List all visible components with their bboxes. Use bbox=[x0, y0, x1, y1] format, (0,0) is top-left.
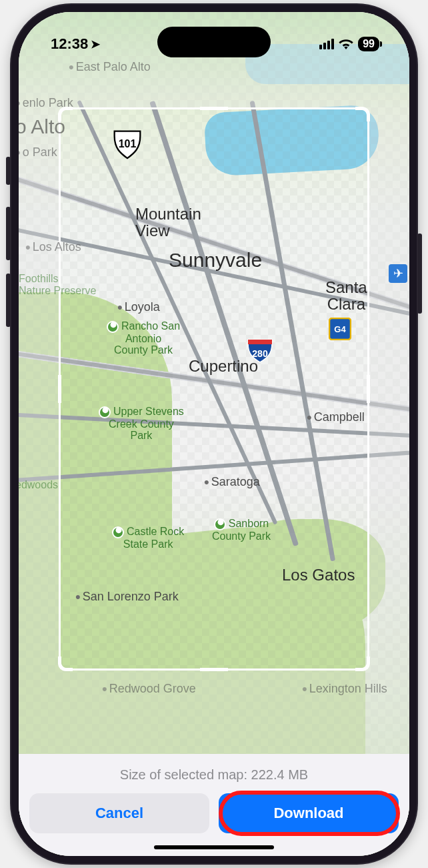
city-los-gatos: Los Gatos bbox=[282, 566, 355, 584]
cancel-button[interactable]: Cancel bbox=[29, 793, 209, 833]
airport-icon: ✈ bbox=[389, 264, 407, 283]
dynamic-island bbox=[157, 27, 271, 57]
park-sanborn: Sanborn County Park bbox=[212, 518, 271, 542]
wifi-icon bbox=[339, 39, 353, 49]
map-size-label: Size of selected map: 222.4 MB bbox=[29, 767, 399, 783]
shield-ca-g4: G4 bbox=[329, 318, 351, 340]
park-castle-rock: Castle Rock State Park bbox=[112, 526, 184, 550]
location-icon: ➤ bbox=[91, 37, 100, 51]
crop-corner-bl[interactable] bbox=[58, 657, 73, 671]
label-edwoods: edwoods bbox=[19, 479, 58, 491]
crop-handle-right[interactable] bbox=[367, 375, 370, 403]
city-palo-alto: o Alto bbox=[19, 115, 65, 138]
download-button[interactable]: Download bbox=[219, 793, 399, 833]
cellular-icon bbox=[319, 39, 334, 49]
city-loyola: Loyola bbox=[117, 298, 160, 315]
city-los-altos: Los Altos bbox=[25, 238, 81, 255]
park-rancho: Rancho San Antonio County Park bbox=[107, 320, 180, 356]
crop-corner-tr[interactable] bbox=[355, 107, 370, 121]
city-sunnyvale: Sunnyvale bbox=[169, 249, 262, 272]
city-east-palo-alto: East Palo Alto bbox=[69, 57, 151, 75]
city-redwood-grove: Redwood Grove bbox=[102, 679, 196, 697]
crop-handle-left[interactable] bbox=[58, 375, 61, 403]
shield-i-280: 280 bbox=[247, 336, 273, 362]
city-o-park: o Park bbox=[19, 143, 57, 160]
status-time: 12:38 bbox=[51, 35, 88, 53]
park-upper-stevens: Upper Stevens Creek County Park bbox=[99, 406, 184, 442]
city-campbell: Campbell bbox=[307, 408, 365, 425]
home-indicator[interactable] bbox=[154, 845, 274, 849]
shield-us-101: 101 bbox=[112, 129, 143, 159]
selection-frame[interactable] bbox=[59, 107, 369, 671]
city-saratoga: Saratoga bbox=[204, 472, 260, 490]
tree-icon bbox=[107, 321, 119, 333]
tree-icon bbox=[112, 526, 124, 538]
crop-handle-top[interactable] bbox=[200, 107, 228, 110]
city-mountain-view: Mountain View bbox=[135, 205, 201, 239]
tree-icon bbox=[214, 518, 226, 530]
park-foothills: Foothills Nature Preserve bbox=[19, 273, 97, 296]
city-menlo-park: enlo Park bbox=[19, 93, 73, 111]
city-lexington-hills: Lexington Hills bbox=[302, 679, 387, 697]
city-san-lorenzo: San Lorenzo Park bbox=[75, 587, 179, 604]
crop-handle-bottom[interactable] bbox=[200, 668, 228, 671]
screen: 12:38 ➤ 99 bbox=[19, 12, 409, 856]
battery-level: 99 bbox=[363, 38, 375, 49]
map-canvas[interactable]: Sunnyvale Mountain View Cupertino Santa … bbox=[19, 12, 409, 856]
battery-indicator: 99 bbox=[358, 37, 379, 51]
download-sheet: Size of selected map: 222.4 MB Cancel Do… bbox=[19, 754, 409, 856]
phone-frame: 12:38 ➤ 99 bbox=[11, 5, 417, 863]
city-santa-clara: Santa Clara bbox=[325, 279, 367, 312]
tree-icon bbox=[99, 406, 111, 418]
